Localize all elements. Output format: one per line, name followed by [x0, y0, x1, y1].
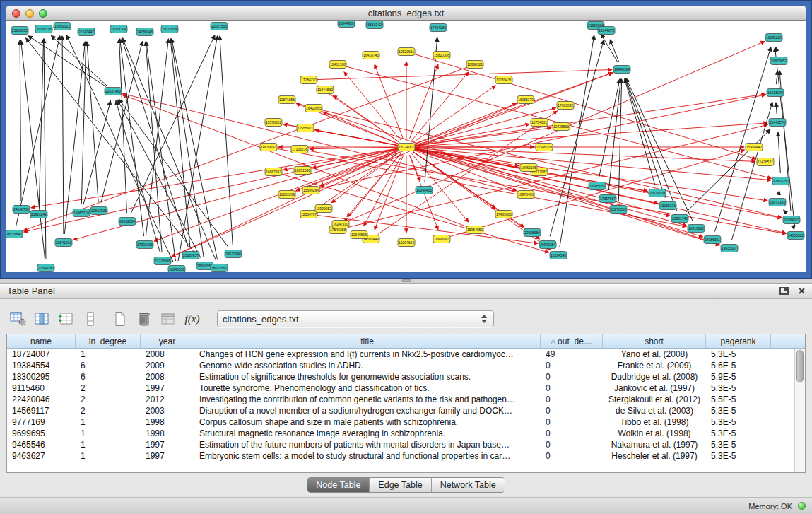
graph-edge[interactable]	[794, 227, 794, 229]
graph-edge[interactable]	[415, 149, 687, 226]
table-row[interactable]: 2242004622012Investigating the contribut…	[7, 394, 805, 405]
graph-node[interactable]: 19933167	[721, 245, 738, 252]
graph-node[interactable]: 22885689	[524, 229, 541, 237]
graph-node[interactable]: 18846501	[168, 266, 185, 273]
table-cell[interactable]: 5.9E-5	[706, 371, 771, 382]
graph-node[interactable]: 23020937	[182, 252, 199, 259]
table-row[interactable]: 1830029562008Estimation of significance …	[7, 371, 805, 382]
graph-node[interactable]: 20823852	[770, 57, 787, 65]
graph-node[interactable]: 15954950	[466, 226, 483, 234]
graph-node[interactable]: 18724007	[398, 144, 415, 151]
graph-node[interactable]: 15958442	[746, 144, 763, 151]
graph-node[interactable]: 10996093	[433, 235, 450, 243]
graph-node[interactable]: 16055379	[517, 96, 534, 104]
graph-node[interactable]: 24162654	[119, 218, 136, 226]
table-row[interactable]: 969969511998Structural magnetic resonanc…	[7, 428, 805, 439]
table-cell[interactable]: 2008	[141, 349, 194, 360]
graph-edge[interactable]	[601, 34, 618, 62]
graph-edge[interactable]	[171, 39, 204, 257]
table-scrollbar[interactable]	[794, 349, 805, 472]
graph-edge[interactable]	[414, 73, 613, 144]
graph-node[interactable]: 24089043	[136, 28, 153, 36]
table-row[interactable]: 946362711997Embryonic stem cells: a mode…	[7, 450, 805, 462]
graph-edge[interactable]	[146, 42, 176, 261]
network-table-select[interactable]: citations_edges.txt	[217, 310, 494, 327]
table-cell[interactable]: 1997	[141, 382, 194, 394]
table-cell[interactable]: 18724007	[7, 349, 76, 360]
table-cell[interactable]: Jankovic et al. (1997)	[603, 382, 706, 394]
graph-node[interactable]: 21247447	[78, 28, 95, 36]
graph-node[interactable]: 19346455	[416, 187, 433, 194]
graph-node[interactable]: 22961743	[671, 215, 688, 223]
graph-node[interactable]: 11059431	[495, 76, 512, 84]
edit-table-button[interactable]	[56, 310, 77, 328]
show-columns-button[interactable]	[32, 310, 53, 328]
table-cell[interactable]: 2	[76, 382, 141, 394]
table-cell[interactable]: Investigating the contribution of common…	[194, 394, 541, 405]
graph-node[interactable]: 19012654	[161, 25, 178, 33]
table-cell[interactable]: 0	[541, 439, 603, 450]
graph-node[interactable]: 10578261	[265, 119, 282, 127]
table-cell[interactable]: Nakamura et al. (1997)	[603, 439, 706, 450]
table-cell[interactable]: Genome-wide association studies in ADHD.	[194, 360, 541, 371]
graph-edge[interactable]	[415, 148, 771, 180]
graph-edge[interactable]	[413, 86, 496, 142]
graph-edge[interactable]	[344, 72, 401, 141]
table-row[interactable]: 1938455462009Genome-wide association stu…	[7, 360, 805, 371]
table-cell[interactable]: Disruption of a novel member of a sodium…	[194, 405, 541, 416]
table-cell[interactable]: 0	[541, 416, 603, 428]
graph-edge[interactable]	[776, 47, 777, 53]
graph-node[interactable]: 12871856	[278, 96, 295, 104]
close-panel-icon[interactable]: ×	[799, 286, 805, 297]
graph-edge[interactable]	[415, 148, 767, 201]
table-cell[interactable]: 1	[76, 428, 141, 439]
graph-node[interactable]: 16224543	[550, 252, 567, 259]
graph-edge[interactable]	[146, 39, 168, 236]
graph-node[interactable]: 16844920	[338, 21, 355, 28]
graph-node[interactable]: 17404130	[430, 24, 447, 32]
graph-edge[interactable]	[323, 112, 399, 144]
panel-splitter[interactable]	[0, 279, 812, 283]
graph-edge[interactable]	[296, 150, 399, 190]
graph-edge[interactable]	[714, 47, 770, 231]
graph-node[interactable]: 24511240	[225, 250, 242, 258]
graph-edge[interactable]	[170, 39, 190, 247]
function-builder-button[interactable]: f(x)	[182, 310, 203, 328]
graph-edge[interactable]	[178, 36, 218, 261]
graph-node[interactable]: 16642228	[765, 34, 782, 42]
graph-node[interactable]: 12204664	[398, 239, 415, 247]
table-cell[interactable]: Changes of HCN gene expression and I(f) …	[194, 349, 541, 360]
column-header-in_degree[interactable]: in_degree	[76, 334, 141, 348]
table-row[interactable]: 1456911722003Disruption of a novel membe…	[7, 405, 805, 416]
table-cell[interactable]: 2	[76, 405, 141, 416]
table-cell[interactable]: 2003	[141, 405, 194, 416]
zoom-window-button[interactable]	[39, 9, 47, 18]
graph-node[interactable]: 16887953	[265, 168, 282, 176]
table-cell[interactable]: 6	[76, 371, 141, 382]
table-cell[interactable]: 2012	[141, 394, 194, 405]
graph-node[interactable]: 24648786	[13, 206, 30, 214]
column-header-title[interactable]: title	[194, 334, 541, 348]
graph-edge[interactable]	[118, 100, 201, 258]
graph-edge[interactable]	[779, 191, 779, 194]
memory-status-indicator[interactable]	[798, 502, 806, 510]
graph-node[interactable]: 17485083	[495, 211, 512, 218]
table-cell[interactable]: Embryonic stem cells: a model to study s…	[194, 450, 541, 462]
graph-edge[interactable]	[412, 72, 469, 141]
table-row[interactable]: 911546021997Tourette syndrome. Phenomeno…	[7, 382, 805, 394]
graph-edge[interactable]	[277, 148, 686, 226]
graph-edge[interactable]	[21, 40, 45, 259]
table-cell[interactable]: 9463627	[7, 450, 76, 462]
column-header-out_de[interactable]: △out_de…	[541, 334, 603, 348]
close-window-button[interactable]	[12, 9, 20, 18]
graph-edge[interactable]	[51, 35, 107, 86]
graph-node[interactable]: 18698321	[466, 61, 483, 69]
table-cell[interactable]: Franke et al. (2009)	[603, 360, 706, 371]
table-cell[interactable]: 5.3E-5	[706, 349, 771, 360]
float-panel-icon[interactable]	[779, 287, 789, 295]
graph-node[interactable]: 17284220	[300, 76, 317, 84]
graph-edge[interactable]	[154, 150, 399, 241]
graph-node[interactable]: 18416822	[688, 225, 705, 233]
table-row[interactable]: 1872400712008Changes of HCN gene express…	[7, 349, 805, 360]
column-header-pagerank[interactable]: pagerank	[706, 334, 771, 348]
